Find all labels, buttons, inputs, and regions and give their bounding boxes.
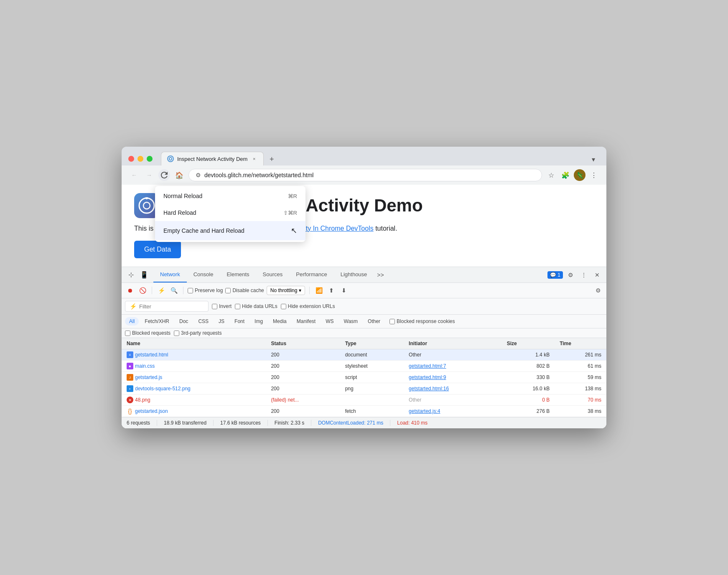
type-filter-ws[interactable]: WS [321,317,338,326]
disable-cache-checkbox[interactable]: Disable cache [225,288,264,293]
export-icon[interactable]: ⬇ [339,285,349,295]
col-header-name[interactable]: Name [122,338,266,349]
close-window-button[interactable] [128,156,134,162]
col-header-type[interactable]: Type [340,338,404,349]
stop-recording-button[interactable]: ⏺ [125,285,135,295]
row-size: 1.4 kB [502,349,555,361]
console-badge[interactable]: 💬 1 [547,271,563,279]
row-name: ✕ 48.png [122,394,266,406]
home-button[interactable]: 🏠 [173,169,185,181]
tab-console[interactable]: Console [187,267,220,282]
row-initiator: getstarted.js:4 [404,406,502,417]
third-party-checkbox[interactable]: 3rd-party requests [174,330,221,336]
throttle-select[interactable]: No throttling ▾ [267,286,305,295]
get-data-button[interactable]: Get Data [134,241,181,258]
table-row[interactable]: ≡ getstarted.html 200 document Other 1.4… [122,349,606,361]
row-type: fetch [340,406,404,417]
devtools-device-icon[interactable]: 📱 [138,269,150,281]
col-header-size[interactable]: Size [502,338,555,349]
col-header-initiator[interactable]: Initiator [404,338,502,349]
file-icon-png: ▪ [127,385,133,392]
new-tab-button[interactable]: + [265,153,278,165]
tab-lighthouse[interactable]: Lighthouse [334,267,374,282]
minimize-window-button[interactable] [137,156,143,162]
tab-close-button[interactable]: × [251,155,257,162]
invert-checkbox[interactable]: Invert [212,303,232,309]
active-tab[interactable]: Inspect Network Activity Dem × [161,152,264,165]
reload-dropdown-menu: Normal Reload ⌘R Hard Reload ⇧⌘R Empty C… [155,186,305,242]
table-row[interactable]: ✕ 48.png (failed) net... Other 0 B 70 ms [122,394,606,406]
devtools-settings-icon[interactable]: ⚙ [565,269,576,281]
blocked-response-cookies-checkbox[interactable]: Blocked response cookies [389,318,455,324]
table-row[interactable]: ▪ devtools-square-512.png 200 png getsta… [122,383,606,394]
type-filter-js[interactable]: JS [214,317,229,326]
table-row[interactable]: ■ main.css 200 stylesheet getstarted.htm… [122,361,606,372]
type-filter-img[interactable]: Img [250,317,267,326]
tab-more-button[interactable]: >> [374,267,387,282]
file-icon-fail: ✕ [127,397,133,403]
devtools-more-icon[interactable]: ⋮ [578,269,590,281]
clear-button[interactable]: 🚫 [137,285,148,295]
type-filter-media[interactable]: Media [269,317,291,326]
tab-dropdown-button[interactable]: ▾ [587,153,600,165]
type-filter-fetch-xhr[interactable]: Fetch/XHR [140,317,173,326]
row-size: 0 B [502,394,555,406]
svg-point-3 [143,202,150,209]
tab-sources[interactable]: Sources [256,267,290,282]
extensions-icon[interactable]: 🧩 [560,169,571,181]
svg-point-2 [139,198,154,213]
profile-avatar[interactable]: 🦎 [574,169,585,181]
empty-cache-reload-label: Empty Cache and Hard Reload [163,227,244,234]
normal-reload-item[interactable]: Normal Reload ⌘R [155,188,305,204]
hard-reload-item[interactable]: Hard Reload ⇧⌘R [155,204,305,221]
devtools-inspect-icon[interactable]: ⊹ [125,269,137,281]
table-row[interactable]: J getstarted.js 200 script getstarted.ht… [122,372,606,383]
preserve-log-checkbox[interactable]: Preserve log [188,288,223,293]
table-row[interactable]: {} getstarted.json 200 fetch getstarted.… [122,406,606,417]
browser-window: Inspect Network Activity Dem × + ▾ ← → N… [122,147,606,428]
import-icon[interactable]: ⬆ [326,285,336,295]
cursor-icon: ↖ [291,226,297,235]
menu-icon[interactable]: ⋮ [588,169,600,181]
filter-bar: ⚡ Invert Hide data URLs Hide extension U… [122,298,606,315]
filter-input[interactable] [139,303,204,310]
row-time: 261 ms [555,349,606,361]
wifi-icon[interactable]: 📶 [314,285,324,295]
devtools-panel: ⊹ 📱 Network Console Elements Sources Per… [122,267,606,428]
extra-filter-bar: Blocked requests 3rd-party requests [122,328,606,338]
url-settings-icon: ⚙ [196,172,201,178]
requests-count: 6 requests [127,420,157,426]
empty-cache-reload-item[interactable]: Empty Cache and Hard Reload ↖ [155,221,305,240]
row-time: 70 ms [555,394,606,406]
col-header-time[interactable]: Time [555,338,606,349]
bookmark-icon[interactable]: ☆ [545,169,557,181]
type-filter-doc[interactable]: Doc [175,317,192,326]
filter-icon[interactable]: ⚡ [156,285,166,295]
resources-size: 17.6 kB resources [220,420,268,426]
tab-network[interactable]: Network [153,267,187,282]
url-bar[interactable]: ⚙ devtools.glitch.me/network/getstarted.… [188,169,542,181]
reload-button[interactable] [158,169,170,181]
devtools-close-icon[interactable]: ✕ [591,269,603,281]
maximize-window-button[interactable] [147,156,153,162]
type-filter-font[interactable]: Font [230,317,249,326]
tab-elements[interactable]: Elements [220,267,256,282]
type-filter-all[interactable]: All [125,317,139,326]
hide-data-urls-checkbox[interactable]: Hide data URLs [235,303,277,309]
col-header-status[interactable]: Status [266,338,340,349]
hide-extension-urls-checkbox[interactable]: Hide extension URLs [281,303,335,309]
search-icon[interactable]: 🔍 [169,285,179,295]
tab-title: Inspect Network Activity Dem [177,156,247,162]
blocked-requests-checkbox[interactable]: Blocked requests [125,330,171,336]
tab-performance[interactable]: Performance [289,267,333,282]
type-filter-css[interactable]: CSS [194,317,213,326]
back-button[interactable]: ← [128,169,140,181]
forward-button[interactable]: → [143,169,155,181]
row-time: 59 ms [555,372,606,383]
filter-funnel-icon: ⚡ [130,303,137,310]
type-filter-manifest[interactable]: Manifest [293,317,320,326]
network-settings-icon[interactable]: ⚙ [593,285,603,295]
type-filter-other[interactable]: Other [364,317,384,326]
throttle-dropdown-icon: ▾ [299,288,301,293]
type-filter-wasm[interactable]: Wasm [340,317,362,326]
